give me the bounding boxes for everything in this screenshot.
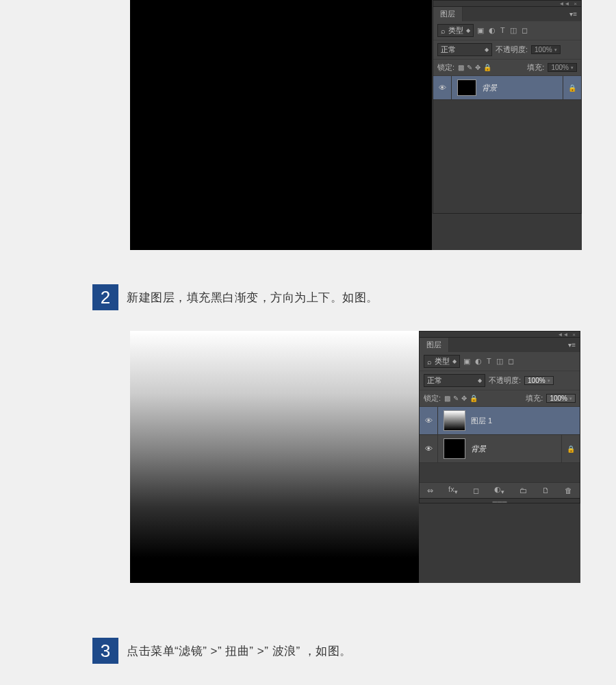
folder-icon[interactable]: 🗀 xyxy=(519,486,527,495)
figure-2: ◄◄ × 图层 ▾≡ ⌕ 类型 ◆ ▣ ◐ T ◫ ◻ 正常 ◆ xyxy=(130,331,580,583)
text-filter-icon[interactable]: T xyxy=(487,357,491,366)
layer-thumbnail[interactable] xyxy=(444,410,465,431)
mask-icon[interactable]: ◻ xyxy=(473,486,479,495)
adjust-filter-icon[interactable]: ◐ xyxy=(489,26,496,35)
chevron-down-icon: ◆ xyxy=(466,27,470,34)
adjust-filter-icon[interactable]: ◐ xyxy=(475,357,482,366)
lock-move-icon[interactable]: ✥ xyxy=(475,64,480,71)
shape-filter-icon[interactable]: ◫ xyxy=(496,357,503,366)
canvas-area xyxy=(130,0,432,250)
fill-input[interactable]: 100% ▾ xyxy=(546,394,576,403)
layers-panel: ◄◄ × 图层 ▾≡ ⌕ 类型 ◆ ▣ ◐ T ◫ ◻ 正常 ◆ xyxy=(419,331,580,503)
image-filter-icon[interactable]: ▣ xyxy=(463,357,470,366)
layer-name[interactable]: 背景 xyxy=(471,444,561,454)
close-icon[interactable]: × xyxy=(572,332,576,338)
layer-row-background[interactable]: 👁 背景 🔒 xyxy=(420,435,580,463)
canvas-area xyxy=(130,331,419,583)
layer-row-background[interactable]: 👁 背景 🔒 xyxy=(433,76,581,100)
layers-tab[interactable]: 图层 xyxy=(433,7,463,21)
close-icon[interactable]: × xyxy=(574,1,577,7)
layer-row-1[interactable]: 👁 图层 1 xyxy=(420,407,580,435)
trash-icon[interactable]: 🗑 xyxy=(565,486,572,495)
chevron-down-icon: ▾ xyxy=(571,65,574,71)
image-filter-icon[interactable]: ▣ xyxy=(477,26,484,35)
fill-input[interactable]: 100% ▾ xyxy=(548,63,577,72)
opacity-value: 100% xyxy=(528,377,546,384)
step-text: 点击菜单“滤镜” >” 扭曲” >” 波浪” ，如图。 xyxy=(127,643,352,659)
visibility-icon[interactable]: 👁 xyxy=(433,76,452,99)
opacity-input[interactable]: 100% ▾ xyxy=(524,376,554,385)
smart-filter-icon[interactable]: ◻ xyxy=(522,26,528,35)
figure-1: ◄◄ × 图层 ▾≡ ⌕ 类型 ◆ ▣ ◐ T ◫ ◻ 正常 ◆ xyxy=(130,0,582,250)
link-icon[interactable]: ⇔ xyxy=(427,486,433,495)
layers-tab[interactable]: 图层 xyxy=(420,338,449,352)
blend-mode-select[interactable]: 正常 ◆ xyxy=(424,374,485,387)
chevron-down-icon: ◆ xyxy=(452,358,457,364)
panel-tab-row: 图层 ▾≡ xyxy=(433,7,581,21)
type-filter[interactable]: ⌕ 类型 ◆ xyxy=(437,24,474,37)
opacity-label: 不透明度: xyxy=(489,375,521,386)
chevron-down-icon: ◆ xyxy=(478,377,482,384)
lock-label: 锁定: xyxy=(437,62,454,73)
layers-panel: ◄◄ × 图层 ▾≡ ⌕ 类型 ◆ ▣ ◐ T ◫ ◻ 正常 ◆ xyxy=(433,0,582,214)
filter-icons: ▣ ◐ T ◫ ◻ xyxy=(463,357,514,366)
step-3: 3 点击菜单“滤镜” >” 扭曲” >” 波浪” ，如图。 xyxy=(92,638,616,664)
fill-label: 填充: xyxy=(527,62,544,73)
lock-all-icon[interactable]: 🔒 xyxy=(483,64,491,71)
panel-topbar: ◄◄ × xyxy=(420,332,580,338)
collapse-icon[interactable]: ◄◄ xyxy=(559,1,569,7)
visibility-icon[interactable]: 👁 xyxy=(420,435,438,462)
lock-icon[interactable]: 🔒 xyxy=(563,76,581,99)
visibility-icon[interactable]: 👁 xyxy=(420,407,438,434)
layer-name[interactable]: 图层 1 xyxy=(471,416,580,426)
panel-tab-row: 图层 ▾≡ xyxy=(420,338,580,352)
opacity-label: 不透明度: xyxy=(496,45,528,55)
type-filter[interactable]: ⌕ 类型 ◆ xyxy=(424,355,460,368)
step-2: 2 新建图层，填充黑白渐变，方向为上下。如图。 xyxy=(92,284,616,310)
chevron-down-icon: ▾ xyxy=(554,47,557,53)
panel-topbar: ◄◄ × xyxy=(433,1,581,7)
filter-row: ⌕ 类型 ◆ ▣ ◐ T ◫ ◻ xyxy=(420,352,580,371)
opacity-input[interactable]: 100% ▾ xyxy=(531,45,561,54)
filter-row: ⌕ 类型 ◆ ▣ ◐ T ◫ ◻ xyxy=(433,21,581,40)
lock-icons: ▩ ✎ ✥ 🔒 xyxy=(458,64,491,71)
lock-move-icon[interactable]: ✥ xyxy=(461,395,467,402)
filter-icons: ▣ ◐ T ◫ ◻ xyxy=(477,26,528,35)
step-number: 2 xyxy=(92,284,118,310)
lock-row: 锁定: ▩ ✎ ✥ 🔒 填充: 100% ▾ xyxy=(420,390,580,407)
new-layer-icon[interactable]: 🗋 xyxy=(542,486,550,495)
chevron-down-icon: ▾ xyxy=(548,378,550,384)
lock-label: 锁定: xyxy=(424,393,441,403)
lock-pixels-icon[interactable]: ▩ xyxy=(444,395,450,402)
blend-row: 正常 ◆ 不透明度: 100% ▾ xyxy=(420,371,580,390)
fill-value: 100% xyxy=(551,64,569,71)
smart-filter-icon[interactable]: ◻ xyxy=(508,357,514,366)
panel-footer: ⇔ fx▾ ◻ ◐▾ 🗀 🗋 🗑 xyxy=(420,482,580,498)
type-label: 类型 xyxy=(448,25,463,36)
blend-mode-value: 正常 xyxy=(441,45,456,55)
layer-thumbnail[interactable] xyxy=(444,438,465,459)
lock-brush-icon[interactable]: ✎ xyxy=(453,395,459,402)
lock-pixels-icon[interactable]: ▩ xyxy=(458,64,464,71)
lock-icon[interactable]: 🔒 xyxy=(561,435,580,462)
collapse-icon[interactable]: ◄◄ xyxy=(557,332,568,338)
layer-thumbnail[interactable] xyxy=(457,79,476,96)
adjustment-icon[interactable]: ◐▾ xyxy=(494,485,504,495)
text-filter-icon[interactable]: T xyxy=(500,26,505,35)
layer-name[interactable]: 背景 xyxy=(482,83,563,93)
lock-all-icon[interactable]: 🔒 xyxy=(470,395,478,402)
layer-list: 👁 图层 1 👁 背景 🔒 xyxy=(420,407,580,482)
fx-icon[interactable]: fx▾ xyxy=(448,485,458,495)
lock-icons: ▩ ✎ ✥ 🔒 xyxy=(444,395,478,402)
panel-menu-icon[interactable]: ▾≡ xyxy=(569,10,577,18)
blend-mode-select[interactable]: 正常 ◆ xyxy=(437,43,492,56)
shape-filter-icon[interactable]: ◫ xyxy=(510,26,517,35)
fill-value: 100% xyxy=(550,395,567,402)
blend-row: 正常 ◆ 不透明度: 100% ▾ xyxy=(433,40,581,60)
lock-brush-icon[interactable]: ✎ xyxy=(467,64,472,71)
panel-menu-icon[interactable]: ▾≡ xyxy=(568,341,576,349)
panel-resize-grip[interactable]: ▬▬▬ xyxy=(420,498,580,503)
step-text: 新建图层，填充黑白渐变，方向为上下。如图。 xyxy=(127,290,378,306)
blend-mode-value: 正常 xyxy=(427,375,442,386)
chevron-down-icon: ◆ xyxy=(485,47,489,53)
